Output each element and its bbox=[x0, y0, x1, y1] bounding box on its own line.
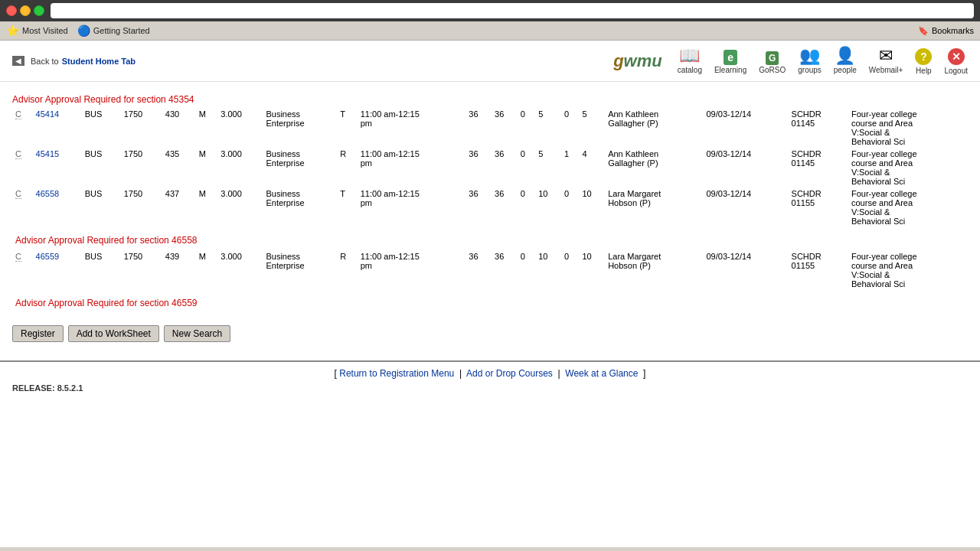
time: 11:00 am-12:15pm bbox=[358, 108, 466, 148]
nav-webmail[interactable]: ✉ Webmail+ bbox=[869, 47, 903, 74]
people-label: people bbox=[834, 66, 857, 74]
help-label: Help bbox=[915, 67, 932, 75]
maximize-btn[interactable] bbox=[34, 5, 44, 16]
url-bar[interactable] bbox=[51, 3, 974, 18]
nav-logout[interactable]: ✕ Logout bbox=[944, 47, 968, 75]
wl-rem: 10 bbox=[579, 250, 605, 290]
close-btn[interactable] bbox=[6, 5, 17, 16]
rem: 0 bbox=[518, 187, 536, 227]
new-search-button[interactable]: New Search bbox=[164, 325, 230, 342]
dept: BUS bbox=[82, 108, 121, 148]
add-or-drop-link[interactable]: Add or Drop Courses bbox=[466, 368, 553, 379]
instructor: Ann KathleenGallagher (P) bbox=[605, 108, 703, 148]
title: BusinessEnterprise bbox=[263, 108, 337, 148]
toolbar-getting-started[interactable]: 🔵 Getting Started bbox=[77, 24, 150, 37]
nav-elearning[interactable]: e Elearning bbox=[714, 47, 746, 74]
location: SCHDR01155 bbox=[789, 187, 848, 227]
webmail-label: Webmail+ bbox=[869, 66, 903, 74]
section: 435 bbox=[162, 148, 196, 187]
register-button[interactable]: Register bbox=[12, 325, 64, 342]
advisor-warning-45354: Advisor Approval Required for section 45… bbox=[12, 94, 968, 105]
advisor-warning-row: Advisor Approval Required for section 46… bbox=[12, 227, 968, 250]
course-type: C bbox=[15, 109, 21, 119]
groups-label: groups bbox=[798, 66, 822, 74]
webmail-icon: ✉ bbox=[869, 47, 903, 64]
cap: 36 bbox=[466, 187, 492, 227]
course-num: 1750 bbox=[121, 148, 162, 187]
credit-type: M bbox=[196, 187, 218, 227]
wl-act: 1 bbox=[561, 148, 580, 187]
table-row: C 45415 BUS 1750 435 M 3.000 BusinessEnt… bbox=[12, 148, 968, 187]
dept: BUS bbox=[82, 250, 121, 290]
section: 437 bbox=[162, 187, 196, 227]
location: SCHDR01155 bbox=[789, 250, 848, 290]
people-icon: 👤 bbox=[834, 47, 857, 64]
back-to-text: Back to bbox=[31, 57, 59, 66]
table-row: C 46559 BUS 1750 439 M 3.000 BusinessEnt… bbox=[12, 250, 968, 290]
section: 430 bbox=[162, 108, 196, 148]
time: 11:00 am-12:15pm bbox=[358, 187, 466, 227]
title: BusinessEnterprise bbox=[263, 250, 337, 290]
crn-link[interactable]: 45415 bbox=[36, 149, 60, 158]
nav-gorso[interactable]: G GoRSO bbox=[759, 47, 786, 74]
most-visited-label: Most Visited bbox=[22, 26, 68, 35]
help-icon: ? bbox=[915, 47, 932, 65]
crn-link[interactable]: 46559 bbox=[36, 252, 60, 261]
footer-links: [ Return to Registration Menu | Add or D… bbox=[12, 368, 968, 379]
attribute: Four-year collegecourse and AreaV:Social… bbox=[848, 108, 968, 148]
cap: 36 bbox=[466, 108, 492, 148]
return-to-registration-link[interactable]: Return to Registration Menu bbox=[339, 368, 454, 379]
wl-act: 0 bbox=[561, 108, 580, 148]
cap: 36 bbox=[466, 148, 492, 187]
time: 11:00 am-12:15pm bbox=[358, 148, 466, 187]
toolbar-most-visited[interactable]: ⭐ Most Visited bbox=[6, 24, 68, 37]
getting-started-label: Getting Started bbox=[93, 26, 150, 35]
browser-chrome bbox=[0, 0, 980, 21]
wl-cap: 5 bbox=[535, 108, 561, 148]
window-controls bbox=[6, 5, 44, 16]
minimize-btn[interactable] bbox=[20, 5, 31, 16]
dates: 09/03-12/14 bbox=[703, 187, 788, 227]
footer: [ Return to Registration Menu | Add or D… bbox=[0, 360, 980, 399]
bookmarks-menu[interactable]: 🔖 Bookmarks bbox=[918, 26, 974, 36]
student-home-tab-link[interactable]: Student Home Tab bbox=[62, 57, 136, 66]
back-arrow[interactable]: ◀ bbox=[12, 56, 24, 66]
site-header: ◀ Back to Student Home Tab gwmu 📖 catalo… bbox=[0, 41, 980, 82]
nav-groups[interactable]: 👥 groups bbox=[798, 47, 822, 74]
advisor-warning-46559: Advisor Approval Required for section 46… bbox=[15, 298, 965, 308]
cap: 36 bbox=[466, 250, 492, 290]
dept: BUS bbox=[82, 148, 121, 187]
nav-help[interactable]: ? Help bbox=[915, 47, 932, 75]
section: 439 bbox=[162, 250, 196, 290]
wl-cap: 10 bbox=[535, 250, 561, 290]
course-num: 1750 bbox=[121, 187, 162, 227]
dates: 09/03-12/14 bbox=[703, 108, 788, 148]
title: BusinessEnterprise bbox=[263, 148, 337, 187]
instructor: Lara MargaretHobson (P) bbox=[605, 250, 703, 290]
advisor-warning-row: Advisor Approval Required for section 46… bbox=[12, 290, 968, 313]
nav-people[interactable]: 👤 people bbox=[834, 47, 857, 74]
wl-cap: 10 bbox=[535, 187, 561, 227]
dept: BUS bbox=[82, 187, 121, 227]
dates: 09/03-12/14 bbox=[703, 148, 788, 187]
credits: 3.000 bbox=[217, 148, 263, 187]
days: T bbox=[337, 108, 358, 148]
add-to-worksheet-button[interactable]: Add to WorkSheet bbox=[68, 325, 159, 342]
credits: 3.000 bbox=[217, 187, 263, 227]
week-at-a-glance-link[interactable]: Week at a Glance bbox=[565, 368, 638, 379]
actual: 36 bbox=[492, 187, 518, 227]
wl-rem: 5 bbox=[579, 108, 605, 148]
attribute: Four-year collegecourse and AreaV:Social… bbox=[848, 187, 968, 227]
days: R bbox=[337, 148, 358, 187]
dates: 09/03-12/14 bbox=[703, 250, 788, 290]
crn-link[interactable]: 46558 bbox=[36, 189, 60, 198]
course-table: C 45414 BUS 1750 430 M 3.000 BusinessEnt… bbox=[12, 108, 968, 313]
actual: 36 bbox=[492, 250, 518, 290]
crn-link[interactable]: 45414 bbox=[36, 109, 60, 119]
credits: 3.000 bbox=[217, 250, 263, 290]
table-row: C 46558 BUS 1750 437 M 3.000 BusinessEnt… bbox=[12, 187, 968, 227]
nav-catalog[interactable]: 📖 catalog bbox=[678, 47, 702, 74]
site-logo: gwmu bbox=[613, 51, 662, 71]
rem: 0 bbox=[518, 250, 536, 290]
logout-label: Logout bbox=[944, 67, 968, 75]
